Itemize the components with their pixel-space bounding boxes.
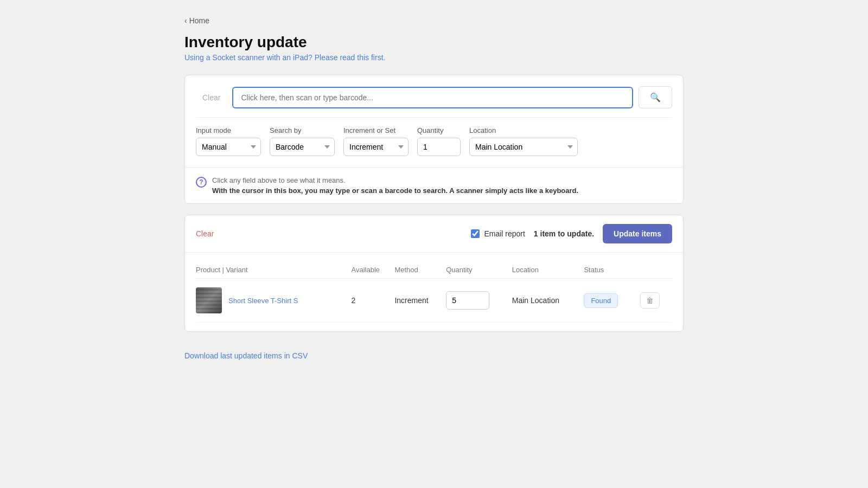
items-card: Clear Email report 1 item to update. Upd… xyxy=(184,215,684,332)
row-quantity-input[interactable] xyxy=(446,291,489,310)
location-group: Location Main Location xyxy=(469,126,578,156)
increment-select[interactable]: Increment xyxy=(343,138,409,156)
col-quantity: Quantity xyxy=(446,261,512,279)
items-table: Product | Variant Available Method Quant… xyxy=(196,261,672,323)
actions-cell: 🗑 xyxy=(636,279,672,323)
location-cell: Main Location xyxy=(512,279,584,323)
col-location: Location xyxy=(512,261,584,279)
clear-button-items[interactable]: Clear xyxy=(196,229,214,238)
barcode-row: Clear 🔍 xyxy=(196,86,672,108)
input-mode-label: Input mode xyxy=(196,126,261,134)
location-select[interactable]: Main Location xyxy=(469,138,578,156)
input-mode-group: Input mode Manual xyxy=(196,126,261,156)
barcode-input[interactable] xyxy=(232,87,633,108)
help-primary: Click any field above to see what it mea… xyxy=(212,176,346,184)
product-name-link[interactable]: Short Sleeve T-Shirt S xyxy=(228,297,298,305)
input-mode-select[interactable]: Manual xyxy=(196,138,261,156)
col-product: Product | Variant xyxy=(196,261,352,279)
location-label: Location xyxy=(469,126,578,134)
email-report-label: Email report xyxy=(484,229,525,238)
increment-group: Increment or Set Increment xyxy=(343,126,409,156)
search-by-group: Search by Barcode xyxy=(270,126,335,156)
search-by-label: Search by xyxy=(270,126,335,134)
increment-label: Increment or Set xyxy=(343,126,409,134)
download-csv-link[interactable]: Download last updated items in CSV xyxy=(184,351,308,360)
quantity-input[interactable] xyxy=(417,138,461,156)
items-table-container: Product | Variant Available Method Quant… xyxy=(185,253,683,331)
back-nav[interactable]: ‹ Home xyxy=(184,16,684,25)
col-available: Available xyxy=(352,261,395,279)
delete-row-button[interactable]: 🗑 xyxy=(640,292,660,309)
col-actions xyxy=(636,261,672,279)
product-thumbnail xyxy=(196,287,222,313)
table-header-row: Product | Variant Available Method Quant… xyxy=(196,261,672,279)
product-cell: Short Sleeve T-Shirt S xyxy=(196,279,352,323)
table-row: Short Sleeve T-Shirt S 2 Increment Main … xyxy=(196,279,672,323)
email-report-group: Email report xyxy=(471,229,525,238)
col-method: Method xyxy=(394,261,446,279)
filters-row: Input mode Manual Search by Barcode Incr… xyxy=(196,117,672,156)
search-icon: 🔍 xyxy=(650,93,661,102)
update-items-button[interactable]: Update items xyxy=(603,224,672,243)
found-badge: Found xyxy=(584,293,618,308)
page-title: Inventory update xyxy=(184,34,684,51)
page-subtitle[interactable]: Using a Socket scanner with an iPad? Ple… xyxy=(184,53,684,62)
help-secondary: With the cursor in this box, you may typ… xyxy=(212,187,578,195)
status-cell: Found xyxy=(584,279,636,323)
col-status: Status xyxy=(584,261,636,279)
quantity-cell xyxy=(446,279,512,323)
help-icon[interactable]: ? xyxy=(196,177,207,188)
items-count: 1 item to update. xyxy=(534,229,594,238)
method-cell: Increment xyxy=(394,279,446,323)
trash-icon: 🗑 xyxy=(646,296,654,305)
quantity-group: Quantity xyxy=(417,126,461,156)
help-section: ? Click any field above to see what it m… xyxy=(185,167,683,203)
chevron-left-icon: ‹ xyxy=(184,16,187,25)
search-button[interactable]: 🔍 xyxy=(639,86,672,108)
scanner-card: Clear 🔍 Input mode Manual Search by xyxy=(184,75,684,204)
help-text: Click any field above to see what it mea… xyxy=(212,176,578,195)
items-header: Clear Email report 1 item to update. Upd… xyxy=(185,215,683,253)
email-report-checkbox[interactable] xyxy=(471,229,480,238)
clear-button-top[interactable]: Clear xyxy=(196,89,227,106)
quantity-label: Quantity xyxy=(417,126,461,134)
back-label: Home xyxy=(189,16,209,25)
available-cell: 2 xyxy=(352,279,395,323)
search-by-select[interactable]: Barcode xyxy=(270,138,335,156)
